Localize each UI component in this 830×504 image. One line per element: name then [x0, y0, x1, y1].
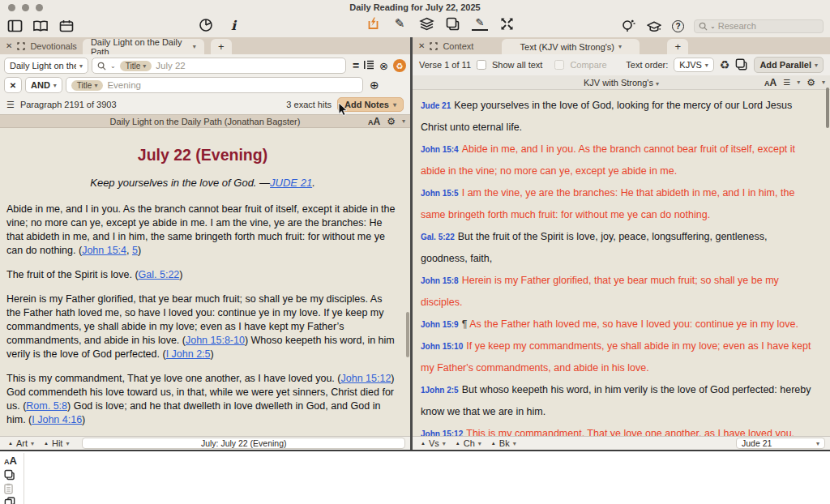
expand-arrows-icon[interactable] — [498, 16, 515, 31]
scripture-link[interactable]: I John 4:16 — [32, 414, 82, 425]
text-size-button[interactable]: AA — [764, 77, 777, 88]
paragraph-view-icon[interactable] — [364, 58, 374, 73]
search-scope-caret-icon[interactable]: ⌄ — [710, 23, 716, 30]
verse-reference[interactable]: Jude 21 — [421, 101, 451, 110]
expand-zone-icon[interactable] — [430, 42, 438, 50]
window-title: Daily Reading for July 22, 2025 — [0, 2, 830, 12]
verse-reference[interactable]: 1John 2:5 — [421, 386, 459, 395]
scripture-link[interactable]: Rom. 5:8 — [26, 400, 67, 412]
book-nav-button[interactable]: ▲ Bk ▾ — [488, 438, 520, 448]
display-settings-caret-icon[interactable]: ▾ — [797, 79, 800, 86]
instant-details-lightbulb-icon[interactable] — [620, 19, 636, 33]
article-nav-button[interactable]: ▲ Art ▾ — [5, 438, 37, 448]
paragraph-list-icon[interactable]: ☰ — [6, 100, 15, 110]
search-field-row1[interactable]: ⌄ Title ▾ July 22 — [92, 58, 346, 74]
scripture-link[interactable]: 5 — [132, 245, 138, 256]
tab-daily-light[interactable]: Daily Light on the Daily Path ▾ — [83, 39, 204, 54]
verse-reference[interactable]: John 15:12 — [421, 429, 463, 436]
daily-reading-calendar-icon[interactable] — [58, 19, 75, 33]
display-settings-icon[interactable]: ☰ — [783, 78, 790, 87]
module-select-value: Daily Light on the Dail... — [10, 61, 76, 70]
expand-zone-icon[interactable] — [17, 42, 25, 50]
highlight-pencil-icon[interactable]: ✎ — [472, 16, 488, 31]
goto-box-right[interactable]: Jude 21 ▾ — [736, 438, 825, 449]
library-book-icon[interactable] — [32, 19, 49, 33]
recycle-icon[interactable]: ♻ — [720, 58, 730, 71]
duplicate-pane-icon[interactable] — [735, 58, 748, 72]
devotional-paragraph: Herein is my Father glorified, that ye b… — [6, 293, 399, 361]
zone-label: Context — [443, 41, 473, 51]
info-icon[interactable]: i — [225, 18, 242, 32]
new-tab-button[interactable]: + — [667, 39, 688, 54]
gear-caret-icon[interactable]: ▾ — [402, 117, 405, 125]
export-icon[interactable] — [365, 16, 381, 31]
add-parallel-button[interactable]: Add Parallel ▾ — [754, 57, 824, 73]
verse-nav-button[interactable]: ▲ Vs ▾ — [417, 438, 449, 448]
remove-criteria-button[interactable]: ✕ — [4, 77, 22, 93]
show-all-text-checkbox[interactable] — [477, 60, 486, 70]
titlebar: Daily Reading for July 22, 2025 — [0, 0, 830, 15]
devotional-paragraph: Abide in me, and I in you. As the branch… — [6, 203, 399, 258]
clear-search-icon[interactable]: ⊗ — [379, 60, 388, 72]
close-zone-icon[interactable]: ✕ — [6, 41, 12, 50]
workspace-icon[interactable] — [6, 19, 23, 33]
verse-text: Abide in me, and I in you. As the branch… — [421, 143, 795, 177]
copy-pages-icon[interactable] — [445, 16, 461, 31]
new-tab-button[interactable]: + — [211, 39, 232, 54]
exact-equals-icon[interactable]: = — [353, 59, 359, 72]
left-scrollbar-thumb[interactable] — [406, 312, 409, 357]
copy-icon[interactable] — [4, 469, 15, 481]
time-pie-icon[interactable] — [198, 18, 214, 32]
verse-text: But whoso keepeth his word, in him veril… — [421, 384, 811, 417]
verse-reference[interactable]: John 15:8 — [421, 276, 459, 285]
text-order-select[interactable]: KJVS ▾ — [674, 58, 714, 72]
verse-reference[interactable]: Gal. 5:22 — [421, 233, 455, 241]
verse-reference[interactable]: John 15:4 — [421, 145, 459, 154]
close-zone-icon[interactable]: ✕ — [418, 41, 425, 50]
module-select[interactable]: Daily Light on the Dail... ▾ — [4, 58, 88, 74]
verse-row: 1John 2:5But whoso keepeth his word, in … — [421, 379, 814, 423]
tab-caret-icon[interactable]: ▾ — [618, 43, 622, 50]
scripture-link[interactable]: JUDE 21 — [270, 177, 312, 189]
field-tag-pill[interactable]: Title ▾ — [120, 61, 152, 71]
help-icon[interactable]: ? — [672, 20, 684, 32]
tab-kjv-text[interactable]: Text (KJV with Strong's) ▾ — [502, 39, 640, 54]
add-criteria-icon[interactable]: ⊕ — [366, 79, 406, 92]
gear-caret-icon[interactable]: ▾ — [822, 79, 825, 86]
search-field-row2[interactable]: Title ▾ Evening — [66, 77, 363, 93]
and-operator-select[interactable]: AND ▾ — [25, 77, 62, 93]
verse-reference[interactable]: John 15:9 — [421, 320, 459, 329]
clipboard-icon[interactable] — [4, 483, 13, 494]
show-all-text-label[interactable]: Show all text — [492, 60, 542, 70]
hit-nav-button[interactable]: ▲ Hit ▾ — [41, 438, 72, 448]
gear-icon[interactable]: ⚙ — [387, 116, 396, 127]
text-size-palette-button[interactable]: AA — [4, 455, 17, 467]
goto-box-left[interactable]: July: July 22 (Evening) — [82, 438, 405, 449]
and-caret-icon: ▾ — [53, 82, 57, 89]
verse-reference[interactable]: John 15:5 — [421, 189, 459, 198]
tab-caret-icon[interactable]: ▾ — [193, 43, 196, 50]
verse-up-icon: ▲ — [421, 441, 426, 446]
left-tabstrip: ✕ Devotionals Daily Light on the Daily P… — [0, 37, 410, 54]
field-tag-pill-2[interactable]: Title ▾ — [71, 80, 104, 91]
scripture-link[interactable]: John 15:8-10 — [186, 335, 245, 346]
sync-icon[interactable]: ♻ — [393, 59, 406, 72]
scripture-link[interactable]: John 15:12 — [340, 373, 391, 384]
edit-pencil-icon[interactable]: ✎ — [391, 16, 408, 31]
text-size-button[interactable]: AA — [368, 116, 380, 127]
swap-panes-icon[interactable] — [4, 497, 15, 504]
verse-text: Keep yourselves in the love of God, look… — [421, 100, 792, 133]
gear-icon[interactable]: ⚙ — [806, 77, 815, 88]
chapter-nav-button[interactable]: ▲ Ch ▾ — [452, 438, 485, 448]
right-scrollbar-thumb[interactable] — [826, 88, 829, 128]
stack-layers-icon[interactable] — [418, 16, 434, 31]
scripture-link[interactable]: John 15:4 — [82, 245, 126, 256]
search-icon — [699, 22, 708, 31]
verse-row: John 15:4Abide in me, and I in you. As t… — [421, 139, 814, 182]
scripture-link[interactable]: Gal. 5:22 — [139, 269, 180, 280]
search-mode-caret-icon[interactable]: ⌄ — [110, 62, 116, 70]
research-search-input[interactable]: ⌄ Research — [694, 19, 824, 33]
scripture-link[interactable]: I John 2:5 — [166, 348, 211, 360]
verse-reference[interactable]: John 15:10 — [421, 342, 463, 351]
learn-graduation-cap-icon[interactable] — [646, 19, 662, 33]
